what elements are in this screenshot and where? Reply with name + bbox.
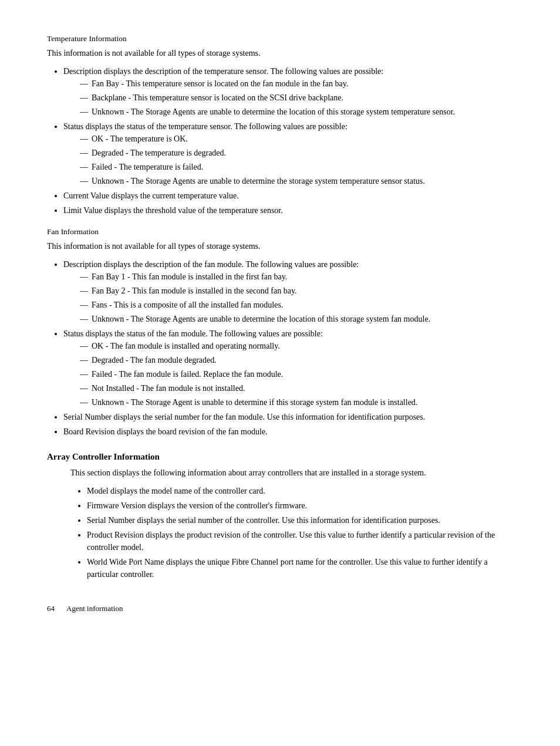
list-item: Fan Bay - This temperature sensor is loc… [80, 77, 513, 90]
list-item: Description displays the description of … [63, 258, 513, 325]
temp-info-heading: Temperature Information [47, 34, 513, 43]
page-content: Temperature Information This information… [0, 0, 560, 649]
list-item: Backplane - This temperature sensor is l… [80, 92, 513, 104]
fan-intro-text: This information is not available for al… [47, 240, 513, 252]
list-item: Serial Number displays the serial number… [63, 411, 513, 423]
list-item: World Wide Port Name displays the unique… [87, 556, 513, 580]
list-item: Unknown - The Storage Agents are unable … [80, 175, 513, 187]
list-item: Unknown - The Storage Agents are unable … [80, 313, 513, 325]
list-item: Status displays the status of the temper… [63, 120, 513, 187]
array-controller-heading: Array Controller Information [47, 452, 513, 462]
list-item: Degraded - The temperature is degraded. [80, 147, 513, 159]
list-item: Description displays the description of … [63, 65, 513, 118]
temp-status-sublist: OK - The temperature is OK. Degraded - T… [80, 133, 513, 187]
list-item: Fan Bay 1 - This fan module is installed… [80, 271, 513, 283]
list-item: Fans - This is a composite of all the in… [80, 299, 513, 311]
fan-info-heading: Fan Information [47, 227, 513, 237]
temp-bullet-list: Description displays the description of … [63, 65, 513, 217]
list-item: Degraded - The fan module degraded. [80, 354, 513, 366]
list-item: Board Revision displays the board revisi… [63, 426, 513, 438]
temp-desc-sublist: Fan Bay - This temperature sensor is loc… [80, 77, 513, 118]
array-controller-section: Array Controller Information This sectio… [47, 452, 513, 580]
list-item: OK - The temperature is OK. [80, 133, 513, 145]
footer-page-number: 64 [47, 604, 55, 613]
list-item: Unknown - The Storage Agent is unable to… [80, 396, 513, 409]
fan-info-section: Fan Information This information is not … [47, 227, 513, 438]
fan-desc-sublist: Fan Bay 1 - This fan module is installed… [80, 271, 513, 325]
array-intro-text: This section displays the following info… [70, 467, 513, 479]
list-item: Not Installed - The fan module is not in… [80, 382, 513, 394]
list-item: Status displays the status of the fan mo… [63, 328, 513, 409]
list-item: Firmware Version displays the version of… [87, 499, 513, 512]
list-item: Current Value displays the current tempe… [63, 190, 513, 202]
list-item: Failed - The fan module is failed. Repla… [80, 368, 513, 380]
list-item: Fan Bay 2 - This fan module is installed… [80, 285, 513, 297]
temp-intro-text: This information is not available for al… [47, 47, 513, 59]
list-item: Product Revision displays the product re… [87, 529, 513, 553]
temp-info-section: Temperature Information This information… [47, 34, 513, 217]
page-footer: 64 Agent information [47, 604, 513, 613]
fan-bullet-list: Description displays the description of … [63, 258, 513, 438]
array-bullet-list: Model displays the model name of the con… [87, 485, 513, 580]
footer-label: Agent information [66, 604, 123, 613]
list-item: Unknown - The Storage Agents are unable … [80, 106, 513, 118]
fan-status-sublist: OK - The fan module is installed and ope… [80, 340, 513, 409]
list-item: OK - The fan module is installed and ope… [80, 340, 513, 352]
list-item: Limit Value displays the threshold value… [63, 204, 513, 217]
list-item: Failed - The temperature is failed. [80, 161, 513, 173]
list-item: Serial Number displays the serial number… [87, 514, 513, 526]
list-item: Model displays the model name of the con… [87, 485, 513, 497]
